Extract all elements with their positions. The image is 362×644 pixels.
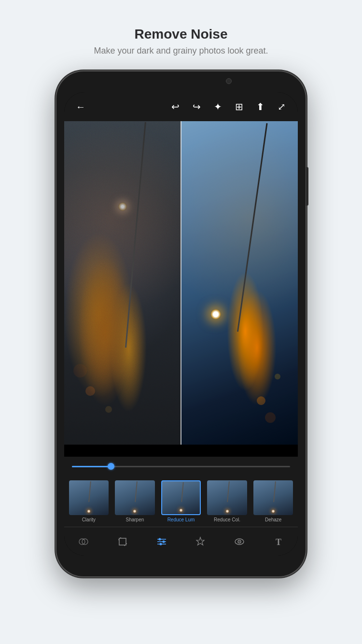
- thumb-label-clarity: Clarity: [82, 517, 96, 522]
- svg-point-15: [239, 541, 240, 542]
- expand-button[interactable]: ⤢: [273, 101, 290, 112]
- sparkler-stick-right: [237, 123, 268, 332]
- thumb-stick-reduce-col: [227, 481, 230, 502]
- thumb-label-reduce-col: Reduce Col.: [214, 517, 240, 522]
- wand-button[interactable]: ✦: [209, 101, 226, 112]
- redo-button[interactable]: ↪: [188, 101, 205, 112]
- thumb-img-sharpen: [115, 480, 154, 515]
- phone-screen: ← ↩ ↪ ✦ ⊞ ⬆ ⤢: [64, 92, 298, 556]
- sparkle-glow-left: [118, 202, 127, 211]
- svg-rect-2: [119, 538, 126, 545]
- image-split-view: [64, 121, 298, 445]
- svg-point-12: [159, 543, 162, 545]
- thumb-spark-sharpen: [133, 510, 136, 513]
- thumb-spark-reduce-lum: [180, 509, 182, 512]
- app-toolbar: ← ↩ ↪ ✦ ⊞ ⬆ ⤢: [64, 92, 298, 121]
- image-before: [64, 121, 181, 445]
- thumbnail-dehaze[interactable]: Dehaze: [251, 480, 296, 522]
- page-subtitle: Make your dark and grainy photos look gr…: [94, 46, 268, 56]
- bokeh-dot-3: [73, 364, 87, 378]
- bokeh-dot-r1: [257, 396, 265, 405]
- compare-button[interactable]: ⊞: [230, 101, 248, 112]
- thumb-stick-dehaze: [273, 481, 276, 502]
- back-button[interactable]: ←: [72, 101, 89, 112]
- image-after: [181, 121, 298, 445]
- tool-thumbnail-strip: Clarity Sharpen Reduce Lum: [64, 476, 298, 527]
- header-section: Remove Noise Make your dark and grainy p…: [94, 0, 268, 70]
- toolbar-right-icons: ↩ ↪ ✦ ⊞ ⬆ ⤢: [167, 101, 290, 112]
- page-title: Remove Noise: [94, 27, 268, 42]
- thumb-img-reduce-col: [207, 480, 247, 515]
- thumb-img-reduce-lum: [161, 480, 201, 515]
- thumbnail-reduce-lum[interactable]: Reduce Lum: [158, 480, 204, 522]
- slider-thumb[interactable]: [108, 463, 114, 470]
- bokeh-dot-r2: [275, 374, 280, 379]
- adjustment-slider-area: [64, 457, 298, 476]
- image-edit-area: [64, 121, 298, 445]
- bottom-nav-bar: T: [64, 527, 298, 556]
- thumb-stick-sharpen: [135, 481, 138, 502]
- healing-nav-button[interactable]: [195, 536, 206, 547]
- crop-nav-button[interactable]: [117, 536, 128, 547]
- thumb-label-dehaze: Dehaze: [265, 517, 281, 522]
- thumbnail-reduce-col[interactable]: Reduce Col.: [205, 480, 250, 522]
- bokeh-dot-r3: [265, 412, 276, 423]
- thumb-spark-reduce-col: [226, 510, 229, 513]
- slider-fill: [72, 466, 111, 467]
- share-button[interactable]: ⬆: [251, 101, 269, 112]
- thumb-stick-reduce-lum: [181, 482, 184, 502]
- thumb-img-clarity: [69, 480, 109, 515]
- blend-nav-button[interactable]: [78, 536, 89, 547]
- bokeh-dot-1: [85, 386, 95, 396]
- phone-camera: [226, 78, 232, 84]
- thumb-spark-clarity: [87, 510, 90, 513]
- phone-mockup: ← ↩ ↪ ✦ ⊞ ⬆ ⤢: [56, 70, 306, 577]
- text-nav-button[interactable]: T: [273, 536, 284, 547]
- thumb-label-reduce-lum: Reduce Lum: [167, 517, 195, 522]
- svg-text:T: T: [276, 537, 281, 547]
- svg-point-10: [158, 538, 161, 540]
- thumb-label-sharpen: Sharpen: [125, 517, 144, 522]
- svg-point-11: [162, 540, 165, 543]
- sparkler-stick-left: [125, 122, 146, 348]
- thumbnail-clarity[interactable]: Clarity: [66, 480, 111, 522]
- preview-nav-button[interactable]: [234, 536, 245, 547]
- sparkle-glow-right: [210, 309, 221, 320]
- phone-side-button: [306, 167, 308, 206]
- slider-track[interactable]: [72, 466, 290, 467]
- thumbnail-sharpen[interactable]: Sharpen: [112, 480, 158, 522]
- phone-notch: [152, 77, 210, 84]
- bokeh-dot-2: [105, 406, 112, 413]
- thumb-spark-dehaze: [272, 510, 275, 513]
- split-divider[interactable]: [181, 121, 181, 445]
- undo-button[interactable]: ↩: [167, 101, 184, 112]
- thumb-img-dehaze: [253, 480, 293, 515]
- thumb-stick-clarity: [89, 481, 92, 502]
- adjust-nav-button[interactable]: [156, 536, 167, 547]
